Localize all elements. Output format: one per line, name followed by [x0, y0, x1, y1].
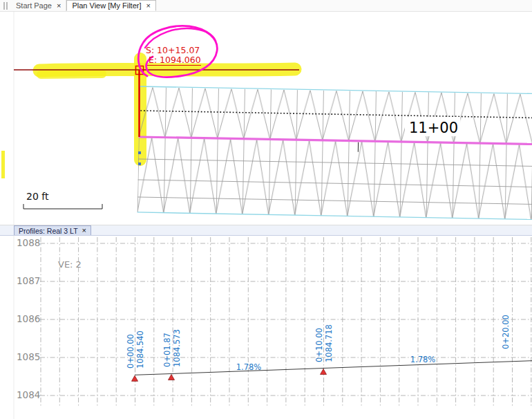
scale-bar-label: 20 ft [26, 191, 49, 202]
dock-grip[interactable] [0, 0, 11, 11]
elevation-tick-1086: 1086 [17, 313, 40, 324]
profile-view-svg: 1088 1087 1086 1085 1084 VE: 2 1.78% 1.7… [0, 236, 532, 419]
elevation-tick-1087: 1087 [17, 275, 40, 286]
elevation-tick-1085: 1085 [17, 351, 40, 362]
point-4-station: 0+20.00 [501, 315, 511, 349]
tab-start-page[interactable]: Start Page × [11, 0, 66, 11]
annotation-elevation-text: E: 1094.060 [149, 55, 201, 65]
tab-profiles[interactable]: Profiles: Real 3 LT × [14, 225, 91, 235]
tab-start-page-close-icon[interactable]: × [57, 2, 61, 10]
edge-highlight-mark [1, 151, 5, 178]
point-marker-blue-2 [138, 162, 141, 165]
station-label: 11+00 [409, 120, 458, 136]
vertical-exaggeration-label: VE: 2 [58, 259, 82, 270]
corridor-hatch-lower [137, 138, 532, 220]
point-3-station: 0+10.00 [314, 328, 324, 362]
tab-profiles-close-icon[interactable]: × [82, 227, 86, 234]
tab-plan-view[interactable]: Plan View [My Filter] × [66, 0, 156, 11]
tab-start-page-label: Start Page [16, 1, 52, 10]
profile-view-canvas[interactable]: 1088 1087 1086 1085 1084 VE: 2 1.78% 1.7… [0, 236, 532, 419]
corridor-hatch-upper [139, 87, 532, 145]
tab-plan-view-close-icon[interactable]: × [146, 2, 150, 10]
annotation-station-text: S: 10+15.07 [146, 45, 200, 55]
plan-view-canvas[interactable]: S: 10+15.07 E: 1094.060 11+00 20 ft [0, 12, 532, 225]
highlight-horizontal-pass2 [41, 74, 102, 75]
point-1-elevation: 1084.540 [135, 330, 145, 369]
grade-label-2: 1.78% [410, 355, 436, 364]
point-2-elevation: 1084.573 [172, 329, 182, 367]
elevation-tick-1088: 1088 [17, 237, 40, 248]
corridor-model [137, 86, 532, 220]
elevation-tick-1084: 1084 [17, 389, 40, 400]
point-2-station: 0+01.87 [162, 333, 172, 367]
document-tab-bar: Start Page × Plan View [My Filter] × [0, 0, 532, 12]
point-3-elevation: 1084.718 [324, 324, 334, 362]
grade-label-1: 1.78% [236, 362, 262, 372]
point-marker-blue-1 [138, 151, 141, 154]
plan-view-svg: S: 10+15.07 E: 1094.060 11+00 20 ft [0, 12, 532, 225]
profile-grid-vertical [40, 237, 532, 407]
tab-plan-view-label: Plan View [My Filter] [72, 1, 141, 10]
point-1-station: 0+00.00 [126, 334, 135, 369]
tab-profiles-label: Profiles: Real 3 LT [19, 227, 78, 235]
profile-tab-bar: Profiles: Real 3 LT × [0, 225, 532, 236]
